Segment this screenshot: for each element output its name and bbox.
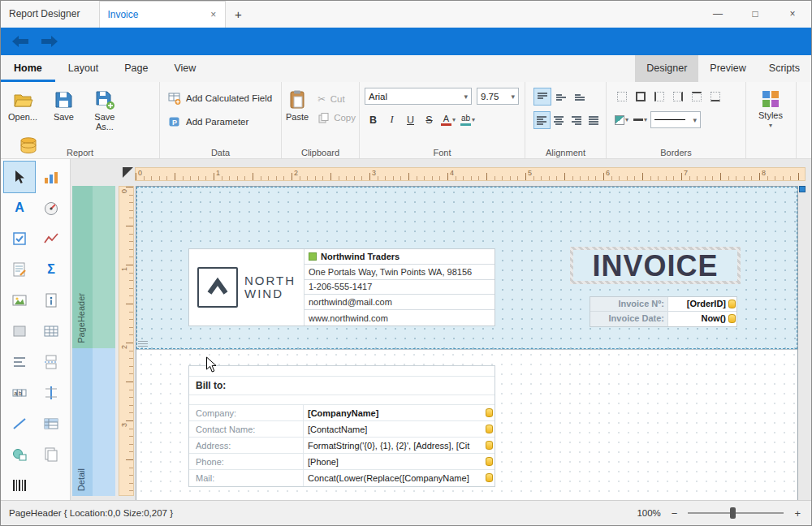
border-line-style-combo[interactable]: ▾ <box>650 111 701 128</box>
tool-check-box[interactable] <box>4 223 35 254</box>
borders-all-button[interactable] <box>632 88 649 105</box>
fill-color-button[interactable]: ▾ <box>613 111 630 128</box>
tool-label[interactable]: A <box>4 192 35 223</box>
font-color-button[interactable]: A ▾ <box>439 111 457 128</box>
tool-pivot-grid[interactable] <box>36 408 67 439</box>
tool-picture-box[interactable] <box>4 285 35 316</box>
tool-panel[interactable] <box>4 316 35 347</box>
company-address-cell[interactable]: One Portals Way, Twin Points WA, 98156 <box>304 265 495 280</box>
invoice-title-control[interactable]: INVOICE <box>570 247 741 284</box>
tool-pointer[interactable] <box>4 162 35 192</box>
tab-layout[interactable]: Layout <box>55 55 112 82</box>
tool-gauge[interactable] <box>36 192 67 223</box>
document-tab-invoice[interactable]: Invoice × <box>99 1 226 28</box>
mode-tab-designer[interactable]: Designer <box>635 55 698 82</box>
company-field-row[interactable]: Company: [CompanyName] <box>189 405 495 421</box>
company-name-cell[interactable]: Northwind Traders <box>304 249 495 265</box>
tab-close-icon[interactable]: × <box>209 9 218 20</box>
new-tab-button[interactable]: + <box>226 1 250 28</box>
ruler-corner-icon[interactable] <box>123 167 133 178</box>
field-binding-icon[interactable] <box>486 408 493 417</box>
invoice-info-table[interactable]: Invoice Nº: [OrderID] Invoice Date: Now(… <box>590 296 737 327</box>
borders-right-button[interactable] <box>669 88 686 105</box>
tool-sparkline[interactable] <box>36 223 67 254</box>
bill-to-row[interactable]: Bill to: <box>189 377 495 395</box>
borders-left-button[interactable] <box>650 88 667 105</box>
tab-home[interactable]: Home <box>1 55 55 82</box>
close-button[interactable]: × <box>774 1 811 28</box>
tool-line[interactable] <box>4 408 35 439</box>
bold-button[interactable]: B <box>365 111 382 128</box>
tab-view[interactable]: View <box>161 55 209 82</box>
font-size-combo[interactable]: 9.75 ▾ <box>477 88 519 105</box>
tool-shape[interactable] <box>4 439 35 470</box>
zoom-out-button[interactable]: − <box>669 507 680 520</box>
align-middle-button[interactable] <box>552 88 570 106</box>
invoice-date-value[interactable]: Now() <box>668 312 736 326</box>
company-email-cell[interactable]: northwind@mail.com <box>304 295 495 310</box>
tool-page-info[interactable] <box>36 285 67 316</box>
font-family-combo[interactable]: Arial ▾ <box>365 88 472 105</box>
tool-page-break[interactable] <box>36 347 67 377</box>
tool-subreport[interactable] <box>36 439 67 470</box>
align-left-button[interactable] <box>533 111 551 129</box>
invoice-number-value[interactable]: [OrderID] <box>668 297 736 311</box>
tool-summary[interactable]: Σ <box>36 254 67 285</box>
add-calculated-field-button[interactable]: Add Calculated Field <box>163 92 278 105</box>
align-center-button[interactable] <box>551 111 568 129</box>
paste-button[interactable]: Paste <box>285 85 309 123</box>
save-as-button[interactable]: Save As... <box>86 85 123 132</box>
tool-chart[interactable] <box>36 162 67 192</box>
align-justify-button[interactable] <box>586 111 603 129</box>
tool-character-comb[interactable]: ab <box>4 377 35 408</box>
tool-barcode[interactable] <box>4 470 35 501</box>
copy-button[interactable]: Copy <box>313 112 356 123</box>
design-surface[interactable]: 0 1 2 3 4 5 6 7 8 PageHeader Detail 0 1 … <box>71 159 811 500</box>
cut-button[interactable]: ✂ Cut <box>313 93 356 105</box>
align-right-button[interactable] <box>568 111 585 129</box>
borders-none-button[interactable] <box>613 88 630 105</box>
styles-button[interactable]: Styles ▾ <box>749 85 792 129</box>
underline-button[interactable]: U <box>402 111 419 128</box>
tool-table[interactable] <box>36 316 67 347</box>
selection-handle[interactable] <box>799 186 806 192</box>
table-row[interactable] <box>189 395 495 405</box>
band-strip-detail[interactable]: Detail <box>72 348 115 496</box>
band-strip-pageheader[interactable]: PageHeader <box>72 186 115 348</box>
logo-cell[interactable]: NORTH WIND <box>189 249 304 326</box>
company-info-table[interactable]: NORTH WIND Northwind Traders One Portals… <box>188 248 495 326</box>
undo-button[interactable] <box>11 35 30 48</box>
border-color-button[interactable]: ▾ <box>632 111 649 128</box>
tool-rich-text[interactable] <box>4 254 35 285</box>
contact-name-field-row[interactable]: Contact Name: [ContactName] <box>189 421 495 438</box>
borders-top-button[interactable] <box>688 88 705 105</box>
align-bottom-button[interactable] <box>571 88 589 106</box>
mode-tab-scripts[interactable]: Scripts <box>758 55 811 82</box>
add-parameter-button[interactable]: P Add Parameter <box>163 115 278 128</box>
field-binding-icon[interactable] <box>486 425 493 433</box>
save-button[interactable]: Save <box>45 85 82 122</box>
address-field-row[interactable]: Address: FormatString('{0}, {1}, {2}', [… <box>189 438 495 454</box>
maximize-button[interactable]: □ <box>736 1 774 28</box>
zoom-slider-thumb[interactable] <box>730 507 736 519</box>
field-binding-icon[interactable] <box>486 473 493 482</box>
zoom-slider[interactable] <box>688 507 784 519</box>
tool-cross-band-line[interactable] <box>36 377 67 408</box>
mail-field-row[interactable]: Mail: Concat(Lower(Replace([CompanyName] <box>189 470 495 486</box>
tab-page[interactable]: Page <box>111 55 161 82</box>
table-row[interactable] <box>189 366 495 377</box>
field-binding-icon[interactable] <box>728 314 736 323</box>
zoom-in-button[interactable]: + <box>792 507 803 520</box>
borders-bottom-button[interactable] <box>706 88 723 105</box>
italic-button[interactable]: I <box>383 111 400 128</box>
tool-table-of-contents[interactable] <box>4 347 35 377</box>
company-website-cell[interactable]: www.northwind.com <box>304 310 495 326</box>
band-resize-grip[interactable] <box>138 341 148 347</box>
strikeout-button[interactable]: S <box>421 111 438 128</box>
invoice-number-row[interactable]: Invoice Nº: [OrderID] <box>590 297 736 312</box>
bill-to-table[interactable]: Bill to: Company: [CompanyName] Contact … <box>188 365 495 487</box>
mode-tab-preview[interactable]: Preview <box>698 55 757 82</box>
field-binding-icon[interactable] <box>486 457 493 466</box>
minimize-button[interactable]: — <box>699 1 736 28</box>
field-binding-icon[interactable] <box>728 300 736 308</box>
